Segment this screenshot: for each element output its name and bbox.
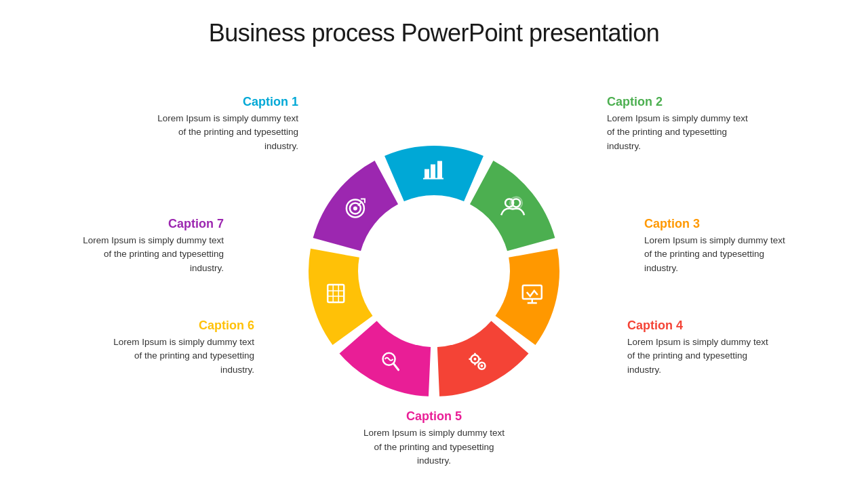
caption-block-1: Caption 1 Lorem Ipsum is simply dummy te… [156, 95, 298, 153]
caption-5-body: Lorem Ipsum is simply dummy text of the … [363, 426, 505, 468]
caption-block-5: Caption 5 Lorem Ipsum is simply dummy te… [363, 409, 505, 468]
page-title: Business process PowerPoint presentation [0, 0, 868, 47]
caption-2-body: Lorem Ipsum is simply dummy text of the … [607, 112, 749, 153]
svg-point-13 [473, 358, 476, 361]
caption-3-body: Lorem Ipsum is simply dummy text of the … [644, 234, 787, 275]
svg-point-14 [480, 365, 483, 367]
svg-rect-1 [425, 169, 429, 179]
svg-point-28 [353, 206, 357, 210]
caption-4-title: Caption 4 [627, 319, 770, 333]
svg-rect-3 [437, 161, 442, 179]
caption-1-body: Lorem Ipsum is simply dummy text of the … [156, 112, 298, 153]
caption-7-body: Lorem Ipsum is simply dummy text of the … [81, 234, 224, 275]
caption-3-title: Caption 3 [644, 217, 787, 231]
caption-6-title: Caption 6 [112, 319, 254, 333]
caption-block-3: Caption 3 Lorem Ipsum is simply dummy te… [644, 217, 787, 275]
caption-6-body: Lorem Ipsum is simply dummy text of the … [112, 336, 254, 377]
caption-1-title: Caption 1 [156, 95, 298, 109]
caption-2-title: Caption 2 [607, 95, 749, 109]
svg-point-0 [361, 198, 507, 344]
main-content: Caption 1 Lorem Ipsum is simply dummy te… [0, 54, 868, 488]
caption-block-4: Caption 4 Lorem Ipsum is simply dummy te… [627, 319, 770, 377]
caption-7-title: Caption 7 [81, 217, 224, 231]
svg-rect-2 [431, 165, 435, 179]
caption-block-7: Caption 7 Lorem Ipsum is simply dummy te… [81, 217, 224, 275]
donut-chart [298, 136, 570, 407]
caption-block-6: Caption 6 Lorem Ipsum is simply dummy te… [112, 319, 254, 377]
caption-5-title: Caption 5 [363, 409, 505, 424]
caption-4-body: Lorem Ipsum is simply dummy text of the … [627, 336, 770, 377]
caption-block-2: Caption 2 Lorem Ipsum is simply dummy te… [607, 95, 749, 153]
